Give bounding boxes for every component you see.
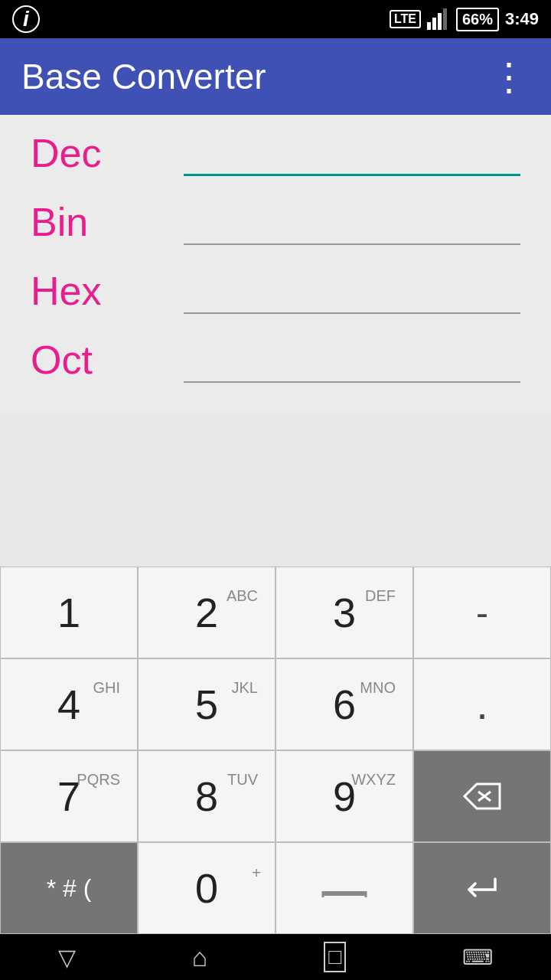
clock: 3:49 — [505, 9, 539, 29]
key-8[interactable]: 8 TUV — [138, 750, 276, 842]
lte-badge: LTE — [390, 10, 421, 28]
bin-label: Bin — [31, 199, 184, 245]
home-button[interactable]: ⌂ — [192, 942, 208, 972]
oct-field-row: Oct — [31, 337, 520, 390]
status-info-icon: i — [12, 0, 40, 38]
space-icon — [321, 877, 367, 899]
bin-input-wrapper — [184, 204, 520, 245]
key-0[interactable]: 0 + — [138, 842, 276, 934]
svg-rect-6 — [323, 891, 366, 896]
signal-icon — [427, 8, 450, 30]
back-button[interactable]: ▽ — [58, 944, 76, 971]
dec-input-wrapper — [184, 134, 520, 176]
key-6[interactable]: 6 MNO — [276, 658, 413, 750]
key-backspace[interactable] — [413, 750, 551, 842]
hex-input-wrapper — [184, 273, 520, 314]
status-bar-right: LTE 66% 3:49 — [390, 8, 539, 31]
oct-label: Oct — [31, 337, 184, 383]
bottom-navigation: ▽ ⌂ □ ⌨ — [0, 934, 551, 980]
key-9[interactable]: 9 WXYZ — [276, 750, 413, 842]
hex-input[interactable] — [184, 273, 520, 314]
key-7[interactable]: 7 PQRS — [0, 750, 138, 842]
svg-rect-1 — [432, 18, 436, 30]
key-minus[interactable]: - — [413, 567, 551, 658]
battery-status: 66% — [456, 8, 499, 31]
dec-input[interactable] — [184, 134, 520, 176]
app-title: Base Converter — [21, 56, 266, 97]
svg-rect-2 — [438, 13, 442, 30]
svg-rect-0 — [427, 22, 431, 30]
enter-icon — [461, 873, 503, 903]
overflow-menu-icon[interactable]: ⋮ — [490, 57, 530, 96]
bin-input[interactable] — [184, 204, 520, 245]
key-1[interactable]: 1 — [0, 567, 138, 658]
keyboard: 1 2 ABC 3 DEF - 4 GHI 5 JKL 6 MNO . — [0, 567, 551, 934]
keyboard-row-2: 4 GHI 5 JKL 6 MNO . — [0, 658, 551, 750]
oct-input-wrapper — [184, 341, 520, 383]
key-dot[interactable]: . — [413, 658, 551, 750]
keyboard-button[interactable]: ⌨ — [462, 945, 493, 970]
key-5[interactable]: 5 JKL — [138, 658, 276, 750]
hex-label: Hex — [31, 268, 184, 314]
dec-field-row: Dec — [31, 130, 520, 184]
converter-form: Dec Bin Hex Oct — [0, 115, 551, 413]
key-enter[interactable] — [413, 842, 551, 934]
key-3[interactable]: 3 DEF — [276, 567, 413, 658]
dec-label: Dec — [31, 130, 184, 176]
key-2[interactable]: 2 ABC — [138, 567, 276, 658]
oct-input[interactable] — [184, 341, 520, 383]
recents-button[interactable]: □ — [324, 942, 346, 972]
key-4[interactable]: 4 GHI — [0, 658, 138, 750]
bin-field-row: Bin — [31, 199, 520, 253]
key-space[interactable] — [276, 842, 413, 934]
status-bar: i LTE 66% 3:49 — [0, 0, 551, 38]
keyboard-row-1: 1 2 ABC 3 DEF - — [0, 567, 551, 658]
backspace-icon — [461, 781, 503, 812]
app-bar: Base Converter ⋮ — [0, 38, 551, 115]
keyboard-row-3: 7 PQRS 8 TUV 9 WXYZ — [0, 750, 551, 842]
keyboard-row-4: * # ( 0 + — [0, 842, 551, 934]
svg-rect-3 — [443, 8, 447, 30]
key-symbols[interactable]: * # ( — [0, 842, 138, 934]
hex-field-row: Hex — [31, 268, 520, 322]
